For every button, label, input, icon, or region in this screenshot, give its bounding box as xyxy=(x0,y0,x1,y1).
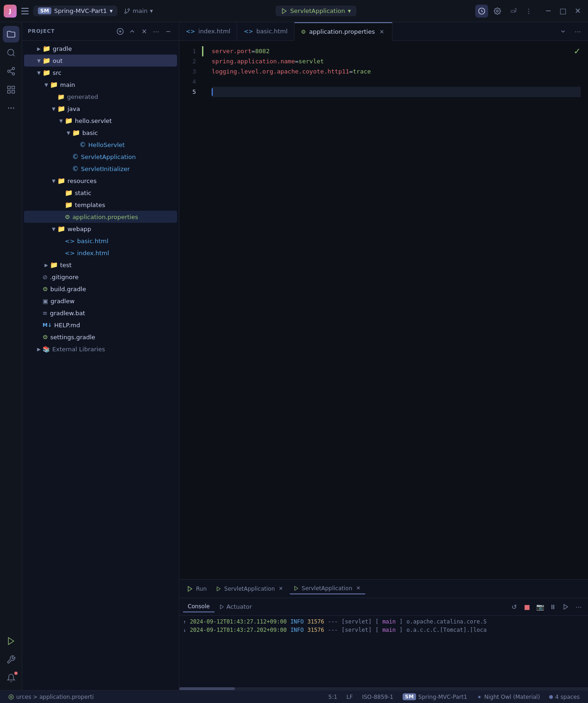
split-editor-btn[interactable]: ▭2 xyxy=(507,5,520,18)
tree-item-build-gradle[interactable]: ⚙ build.gradle xyxy=(24,283,177,295)
tab-application-properties[interactable]: ⚙ application.properties ✕ xyxy=(294,22,392,41)
tree-item-gitignore[interactable]: ⊘ .gitignore xyxy=(24,271,177,283)
tree-item-hello-servlet-class[interactable]: © HelloServlet xyxy=(24,139,177,151)
activity-run[interactable] xyxy=(3,633,19,649)
tree-item-webapp[interactable]: ▼ 📁 webapp xyxy=(24,223,177,235)
tree-item-settings-gradle[interactable]: ⚙ settings.gradle xyxy=(24,331,177,343)
status-theme-icon xyxy=(477,694,482,700)
tree-item-out[interactable]: ▼ 📁 out xyxy=(24,55,177,67)
settings-btn[interactable] xyxy=(491,5,504,18)
svg-rect-15 xyxy=(12,91,14,93)
folder-icon-main: 📁 xyxy=(50,81,58,88)
log-line-1: ↑ 2024-09-12T01:43:27.112+09:00 INFO 315… xyxy=(183,617,584,626)
tab-index-html[interactable]: <> index.html xyxy=(179,22,237,41)
sidebar-actions: ✕ ⋯ ─ xyxy=(115,26,173,37)
console-pause-btn[interactable]: ⏸ xyxy=(547,601,558,612)
tree-item-basic-html[interactable]: <> basic.html xyxy=(24,235,177,247)
tree-item-hello-servlet[interactable]: ▼ 📁 hello.servlet xyxy=(24,115,177,127)
minimize-sidebar-btn[interactable]: ─ xyxy=(163,26,173,37)
tree-arrow-servlet-application xyxy=(65,153,72,160)
activity-notifications[interactable] xyxy=(3,670,19,686)
tree-item-resources[interactable]: ▼ 📁 resources xyxy=(24,175,177,187)
more-options-btn[interactable]: ⋮ xyxy=(522,5,535,18)
console-horizontal-scrollbar[interactable] xyxy=(179,687,588,690)
prop-eq-2: = xyxy=(295,57,299,67)
activity-search[interactable] xyxy=(3,44,19,61)
ai-assistant-btn[interactable] xyxy=(475,5,488,18)
svg-marker-23 xyxy=(294,586,298,590)
status-spaces[interactable]: 4 spaces xyxy=(546,693,582,701)
activity-git[interactable] xyxy=(3,63,19,79)
tree-item-servlet-initializer[interactable]: © ServletInitializer xyxy=(24,163,177,175)
console-stop-btn[interactable]: ■ xyxy=(521,601,533,612)
tabs-chevron-down[interactable] xyxy=(557,25,570,38)
code-editor[interactable]: server.port=8082 spring.application.name… xyxy=(204,41,588,579)
console-more-btn[interactable]: ⋯ xyxy=(573,601,584,612)
collapse-all-btn[interactable] xyxy=(127,26,137,37)
status-line-col[interactable]: 5:1 xyxy=(325,693,340,701)
tab-basic-html[interactable]: <> basic.html xyxy=(237,22,294,41)
app-selector[interactable]: ServletApplication ▾ xyxy=(276,6,356,16)
tree-item-main[interactable]: ▼ 📁 main xyxy=(24,79,177,91)
app-name: ServletApplication xyxy=(290,7,345,14)
activity-tools[interactable] xyxy=(3,651,19,668)
tree-item-basic-folder[interactable]: ▼ 📁 basic xyxy=(24,127,177,139)
status-charset[interactable]: ISO-8859-1 xyxy=(359,693,396,701)
console-scrollbar-thumb[interactable] xyxy=(179,687,235,690)
branch-selector[interactable]: main ▾ xyxy=(120,6,157,16)
panel-servlet-application-tab-2[interactable]: ServletApplication ✕ xyxy=(290,583,366,594)
tree-label-help-md: HELP.md xyxy=(54,322,80,329)
gradle-icon-settings: ⚙ xyxy=(43,334,48,341)
tree-item-static[interactable]: 📁 static xyxy=(24,187,177,199)
activity-explorer[interactable] xyxy=(3,26,19,43)
project-selector[interactable]: SM Spring-MVC-Part1 ▾ xyxy=(33,6,117,16)
console-settings-btn[interactable] xyxy=(560,601,571,612)
tree-arrow-build-gradle xyxy=(35,285,43,293)
window-controls: ─ □ ✕ xyxy=(542,5,584,18)
tree-item-index-html[interactable]: <> index.html xyxy=(24,247,177,259)
svg-point-8 xyxy=(12,67,14,70)
log-sep-1: --- xyxy=(328,618,338,625)
activity-more[interactable]: ··· xyxy=(3,100,19,116)
panel-run-label[interactable]: Run xyxy=(183,584,210,594)
run-tab-2-close[interactable]: ✕ xyxy=(355,585,361,592)
status-encoding[interactable]: LF xyxy=(344,693,356,701)
tree-item-servlet-application[interactable]: © ServletApplication xyxy=(24,151,177,163)
hamburger-menu[interactable] xyxy=(19,6,31,17)
tree-item-gradlew-bat[interactable]: ≡ gradlew.bat xyxy=(24,307,177,319)
more-sidebar-btn[interactable]: ⋯ xyxy=(151,26,161,37)
tabs-more[interactable]: ⋯ xyxy=(571,25,584,38)
tree-item-help-md[interactable]: M↓ HELP.md xyxy=(24,319,177,331)
git-icon-gitignore: ⊘ xyxy=(43,274,48,281)
status-theme[interactable]: Night Owl (Material) xyxy=(474,693,543,701)
tree-item-java[interactable]: ▼ 📁 java xyxy=(24,103,177,115)
maximize-btn[interactable]: □ xyxy=(557,5,570,18)
new-file-btn[interactable] xyxy=(115,26,125,37)
prop-eq-1: = xyxy=(251,47,255,56)
tree-label-index-html: index.html xyxy=(77,250,109,257)
console-tab-actuator[interactable]: Actuator xyxy=(216,601,255,612)
tree-item-gradlew[interactable]: ▣ gradlew xyxy=(24,295,177,307)
tab-close-application-properties[interactable]: ✕ xyxy=(378,28,386,36)
close-btn[interactable]: ✕ xyxy=(571,5,584,18)
console-screenshot-btn[interactable]: 📷 xyxy=(534,601,545,612)
tree-item-external-libraries[interactable]: ▶ 📚 External Libraries xyxy=(24,343,177,355)
run-tab-1-close[interactable]: ✕ xyxy=(278,586,284,592)
status-breadcrumb[interactable]: urces > application.properti xyxy=(6,693,97,701)
activity-extensions[interactable] xyxy=(3,81,19,98)
folder-icon-src: 📁 xyxy=(43,69,50,76)
tree-item-test[interactable]: ▶ 📁 test xyxy=(24,259,177,271)
close-sidebar-btn[interactable]: ✕ xyxy=(139,26,149,37)
tree-item-src[interactable]: ▼ 📁 src xyxy=(24,67,177,79)
status-project-badge[interactable]: SM Spring-MVC-Part1 xyxy=(400,692,470,701)
tree-item-generated[interactable]: 📁 generated xyxy=(24,91,177,103)
panel-servlet-application-tab-1[interactable]: ServletApplication ✕ xyxy=(212,584,288,594)
tree-item-gradle[interactable]: ▶ 📁 gradle xyxy=(24,43,177,55)
line-numbers: 1 2 3 4 5 xyxy=(179,41,202,579)
console-tab-console[interactable]: Console xyxy=(183,601,214,612)
minimize-btn[interactable]: ─ xyxy=(542,5,555,18)
console-rerun-btn[interactable]: ↺ xyxy=(508,601,520,612)
tree-item-application-properties[interactable]: ⚙ application.properties xyxy=(24,211,177,223)
tree-item-templates[interactable]: 📁 templates xyxy=(24,199,177,211)
console-tab-actuator-label: Actuator xyxy=(227,603,252,610)
